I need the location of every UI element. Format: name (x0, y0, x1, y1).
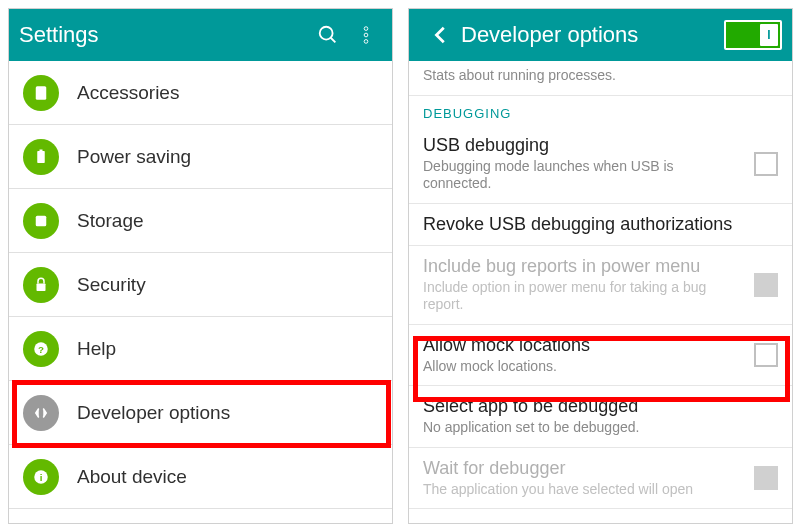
developer-options-master-toggle[interactable]: I (724, 20, 782, 50)
svg-rect-6 (37, 151, 45, 163)
svg-text:?: ? (38, 343, 44, 354)
dev-item-subtitle: The application you have selected will o… (423, 481, 778, 499)
settings-header: Settings (9, 9, 392, 61)
svg-rect-7 (40, 149, 43, 151)
settings-item-label: Help (77, 338, 116, 360)
dev-item-mock-locations[interactable]: Allow mock locations Allow mock location… (409, 325, 792, 387)
dev-item-bug-reports: Include bug reports in power menu Includ… (409, 246, 792, 325)
wait-debugger-checkbox (754, 466, 778, 490)
applications-section-header: APPLICATIONS (9, 509, 392, 524)
dev-item-usb-debugging[interactable]: USB debugging Debugging mode launches wh… (409, 125, 792, 204)
dev-item-title: Include bug reports in power menu (423, 256, 778, 277)
settings-item-storage[interactable]: Storage (9, 189, 392, 253)
help-icon: ? (23, 331, 59, 367)
dev-item-wait-debugger: Wait for debugger The application you ha… (409, 448, 792, 510)
settings-item-help[interactable]: ? Help (9, 317, 392, 381)
svg-point-2 (364, 27, 368, 31)
settings-item-label: About device (77, 466, 187, 488)
developer-options-title: Developer options (461, 22, 724, 48)
security-icon (23, 267, 59, 303)
settings-item-label: Storage (77, 210, 144, 232)
about-device-icon: i (23, 459, 59, 495)
overflow-icon[interactable] (350, 19, 382, 51)
bug-reports-checkbox (754, 273, 778, 297)
dev-item-revoke-usb[interactable]: Revoke USB debugging authorizations (409, 204, 792, 246)
dev-item-subtitle: Stats about running processes. (423, 67, 778, 85)
svg-rect-9 (37, 283, 46, 291)
settings-item-developer-options[interactable]: Developer options (9, 381, 392, 445)
dev-item-title: USB debugging (423, 135, 778, 156)
accessories-icon (23, 75, 59, 111)
settings-title: Settings (19, 22, 306, 48)
settings-item-about-device[interactable]: i About device (9, 445, 392, 509)
settings-item-label: Security (77, 274, 146, 296)
back-icon[interactable] (425, 19, 457, 51)
svg-point-4 (364, 40, 368, 44)
dev-item-subtitle: No application set to be debugged. (423, 419, 778, 437)
svg-line-1 (331, 38, 336, 43)
dev-item-subtitle: Debugging mode launches when USB is conn… (423, 158, 778, 193)
svg-rect-8 (36, 215, 47, 226)
storage-icon (23, 203, 59, 239)
settings-item-security[interactable]: Security (9, 253, 392, 317)
dev-item-title: Allow mock locations (423, 335, 778, 356)
settings-item-label: Power saving (77, 146, 191, 168)
dev-item-title: Wait for debugger (423, 458, 778, 479)
usb-debugging-checkbox[interactable] (754, 152, 778, 176)
mock-locations-checkbox[interactable] (754, 343, 778, 367)
dev-item-subtitle: Allow mock locations. (423, 358, 778, 376)
dev-item-title: Revoke USB debugging authorizations (423, 214, 778, 235)
svg-point-0 (320, 27, 333, 40)
developer-options-screen: Developer options I Stats about running … (408, 8, 793, 524)
settings-item-accessories[interactable]: Accessories (9, 61, 392, 125)
power-saving-icon (23, 139, 59, 175)
dev-item-process-stats[interactable]: Stats about running processes. (409, 61, 792, 96)
svg-text:i: i (40, 471, 43, 482)
settings-item-label: Developer options (77, 402, 230, 424)
dev-item-subtitle: Include option in power menu for taking … (423, 279, 778, 314)
dev-item-title: Select app to be debugged (423, 396, 778, 417)
settings-item-power-saving[interactable]: Power saving (9, 125, 392, 189)
svg-point-3 (364, 33, 368, 37)
search-icon[interactable] (312, 19, 344, 51)
developer-options-header: Developer options I (409, 9, 792, 61)
dev-item-select-app[interactable]: Select app to be debugged No application… (409, 386, 792, 448)
settings-item-label: Accessories (77, 82, 179, 104)
settings-screen: Settings Accessories Power saving Storag… (8, 8, 393, 524)
developer-options-icon (23, 395, 59, 431)
svg-rect-5 (36, 86, 47, 100)
debugging-section-header: DEBUGGING (409, 96, 792, 125)
